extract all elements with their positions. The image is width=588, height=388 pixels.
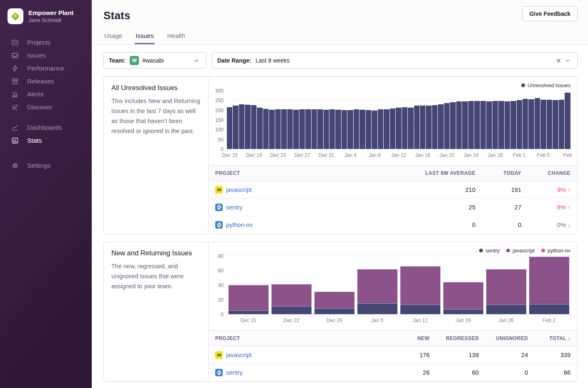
bar (402, 107, 407, 149)
x-axis-tick (568, 149, 568, 151)
bar (329, 109, 335, 149)
x-axis-tick (543, 149, 544, 151)
team-avatar: W (130, 56, 139, 65)
bar (498, 101, 504, 149)
javascript-platform-icon: JS (215, 351, 223, 359)
legend-item-unresolved-issues[interactable]: Unresolved Issues (521, 82, 570, 89)
plot-row: 020406080 (209, 256, 570, 315)
python-platform-icon (215, 204, 223, 211)
stacked-bar (356, 269, 399, 315)
sidebar-item-performance[interactable]: Performance (0, 62, 92, 75)
date-range-select[interactable]: Date Range: Last 8 weeks (212, 52, 578, 69)
project-link[interactable]: sentry (226, 204, 243, 211)
legend-dot-icon (521, 83, 525, 87)
sidebar-item-releases[interactable]: Releases (0, 75, 92, 88)
bar (450, 102, 455, 149)
project-link[interactable]: sentry (226, 369, 243, 376)
org-switcher[interactable]: Empower Plant Jane Schmidt (0, 0, 92, 32)
sidebar-item-projects[interactable]: Projects (0, 36, 92, 49)
legend-item-sentry[interactable]: sentry (479, 247, 500, 254)
bar (547, 100, 552, 149)
bar-segment-sentry (271, 306, 312, 314)
sidebar-item-label: Issues (27, 52, 46, 59)
team-select-label: Team: (109, 57, 126, 64)
python-platform-icon (215, 369, 223, 376)
project-link[interactable]: python-ov (226, 222, 253, 228)
bar-segment-javascript (357, 269, 397, 303)
y-axis-tick-label: 40 (218, 282, 224, 288)
column-header-new: NEW (389, 335, 436, 341)
project-link[interactable]: javascript (226, 186, 251, 193)
plot-row: 050100150200250300 (209, 91, 570, 149)
sidebar-nav: Projects Issues Performance Releases Ale… (0, 36, 92, 172)
sidebar-item-stats[interactable]: Stats (0, 134, 92, 147)
tab-usage[interactable]: Usage (103, 32, 123, 44)
plot-area (227, 256, 570, 315)
x-axis-tick-label: Dec 22 (283, 317, 299, 323)
chart-legend: sentryjavascriptpython-ov (209, 247, 570, 254)
sidebar-item-alerts[interactable]: Alerts (0, 88, 92, 101)
chevron-down-icon (192, 56, 201, 65)
bar (559, 100, 564, 149)
column-header-total[interactable]: TOTAL ↓ (535, 335, 577, 341)
change-cell: 8% ↑ (528, 204, 577, 211)
user-name: Jane Schmidt (28, 17, 73, 24)
project-cell: sentry (209, 369, 389, 376)
table-row: sentry25278% ↑ (209, 199, 577, 216)
x-axis-tick-label: Dec 31 (319, 152, 334, 158)
org-name: Empower Plant (28, 9, 73, 17)
bar (474, 101, 480, 149)
value-cell: 210 (415, 186, 482, 193)
bar (510, 101, 516, 149)
give-feedback-button[interactable]: Give Feedback (522, 6, 578, 21)
plot-area (227, 91, 570, 149)
sidebar-item-dashboards[interactable]: Dashboards (0, 121, 92, 134)
new-returning-issues-chart: sentryjavascriptpython-ov020406080Dec 15… (209, 242, 577, 325)
legend-label: sentry (485, 248, 500, 254)
chevron-down-icon (563, 56, 572, 65)
clear-date-range-icon[interactable] (554, 56, 563, 65)
legend-label: Unresolved Issues (528, 83, 570, 88)
y-axis-tick-label: 0 (221, 146, 224, 152)
legend-label: javascript (513, 248, 535, 254)
y-axis-tick-label: 200 (215, 108, 224, 113)
x-axis-tick-label: Jan 4 (344, 152, 357, 158)
project-link[interactable]: javascript (226, 352, 251, 358)
stacked-bar (270, 284, 313, 314)
legend-item-python-ov[interactable]: python-ov (541, 247, 570, 254)
team-select[interactable]: Team: W #wasabi (103, 52, 206, 69)
tab-issues[interactable]: Issues (135, 32, 154, 44)
tab-health[interactable]: Health (166, 32, 186, 44)
bar (354, 109, 359, 149)
bar-segment-javascript (529, 257, 569, 304)
legend-item-javascript[interactable]: javascript (506, 247, 535, 254)
y-axis-tick-label: 150 (215, 117, 224, 123)
sidebar-item-discover[interactable]: Discover (0, 101, 92, 113)
y-axis: 050100150200250300 (209, 91, 227, 149)
unresolved-issues-chart: Unresolved Issues050100150200250300Dec 1… (209, 77, 577, 159)
issues-icon (11, 52, 19, 59)
y-axis-tick-label: 60 (218, 268, 224, 274)
table-body: JSjavascript2101919% ↑sentry25278% ↑pyth… (209, 181, 577, 234)
x-axis-tick-label: Feb 1 (513, 152, 526, 158)
y-axis-tick-label: 0 (221, 312, 224, 317)
bar (281, 109, 286, 149)
project-cell: JSjavascript (209, 351, 389, 359)
date-range-value: Last 8 weeks (256, 57, 290, 64)
bar (523, 99, 528, 149)
x-axis-tick (442, 315, 442, 316)
value-cell: 25 (415, 204, 482, 211)
table-header-row: PROJECTLAST 8W AVERAGETODAYCHANGE (209, 166, 577, 181)
bar (275, 109, 281, 149)
table-header-row: PROJECTNEWREGRESSEDUNIGNOREDTOTAL ↓ (209, 331, 577, 346)
panel-new-returning-issues: New and Returning Issues The new, regres… (103, 242, 578, 382)
sidebar-item-label: Releases (27, 78, 54, 85)
sidebar-item-issues[interactable]: Issues (0, 49, 92, 62)
stacked-bar (485, 269, 528, 315)
sidebar-item-settings[interactable]: Settings (0, 159, 92, 172)
value-cell: 26 (389, 369, 436, 376)
x-axis-tick (485, 315, 485, 316)
stacked-bar-series (227, 256, 570, 314)
x-axis-tick-label: Jan 28 (487, 152, 503, 158)
value-cell: 27 (482, 204, 528, 211)
